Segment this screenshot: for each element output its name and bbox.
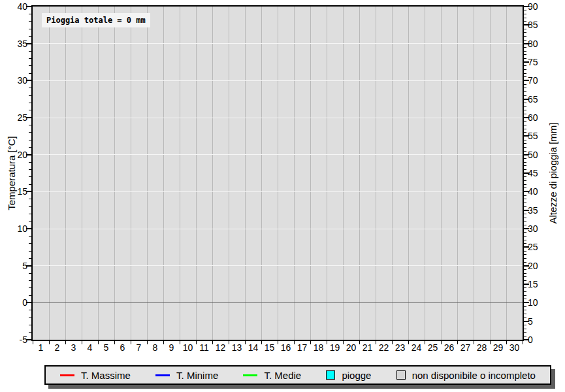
right-axis-tick (524, 76, 526, 77)
right-axis-tick (524, 65, 526, 66)
x-axis-tick-label: 27 (457, 342, 474, 353)
left-axis-tick-label: -5 (0, 335, 27, 345)
right-axis-tick (524, 243, 526, 244)
x-axis-tick-label: 29 (490, 342, 507, 353)
left-axis-tick (29, 95, 31, 96)
day-gridline (310, 7, 311, 340)
right-axis-tick (524, 147, 526, 148)
x-axis-tick-label: 13 (229, 342, 246, 353)
right-axis-tick (524, 121, 526, 122)
right-axis-tick-label: 70 (528, 75, 554, 86)
right-axis-tick (524, 32, 526, 33)
right-axis-tick (524, 95, 526, 96)
day-gridline (474, 7, 474, 340)
legend: T. MassimeT. MinimeT. Mediepioggenon dis… (44, 365, 551, 385)
right-axis-tick (524, 214, 526, 214)
right-axis-tick-label: 35 (528, 205, 554, 216)
right-axis-tick (524, 40, 526, 41)
right-axis-tick (524, 232, 526, 233)
right-axis-tick (524, 280, 526, 281)
x-axis-tick-label: 11 (196, 342, 213, 353)
legend-item-non-disponibile-o-incompleto: non disponibile o incompleto (396, 370, 536, 381)
right-axis-tick (524, 251, 526, 252)
right-axis-tick-label: 45 (528, 168, 554, 178)
right-axis-tick-label: 25 (528, 242, 554, 252)
temp-gridline (33, 43, 523, 44)
left-axis-tick (29, 332, 31, 333)
left-axis-tick (29, 103, 31, 103)
left-axis-tick (29, 36, 31, 37)
legend-item-t-minime: T. Minime (155, 370, 218, 381)
right-axis-tick (524, 206, 526, 207)
left-axis-tick (29, 243, 31, 244)
left-axis-tick (29, 184, 31, 185)
right-axis-tick (524, 310, 526, 310)
left-axis-tick-label: 5 (0, 261, 27, 271)
right-axis-tick-label: 60 (528, 112, 554, 123)
left-axis-tick (29, 58, 31, 59)
right-axis-tick-label: 50 (528, 150, 554, 160)
right-axis-tick (524, 218, 526, 218)
left-axis-tick (29, 221, 31, 221)
day-gridline (506, 7, 507, 340)
day-gridline (490, 7, 491, 340)
right-axis-tick (524, 143, 526, 144)
x-axis-tick-label: 26 (441, 342, 458, 353)
x-axis-tick-label: 7 (131, 342, 148, 353)
right-axis-tick (524, 58, 526, 59)
x-axis-tick-label: 25 (425, 342, 442, 353)
right-axis-tick (524, 88, 526, 88)
right-axis-tick (524, 18, 526, 18)
left-axis-tick (29, 125, 31, 125)
day-gridline (65, 7, 66, 340)
right-axis-tick (524, 295, 526, 296)
right-axis-tick (524, 132, 526, 133)
left-axis-tick (29, 273, 31, 274)
right-axis-tick-label: 90 (528, 1, 554, 12)
left-axis-tick (29, 29, 31, 29)
right-axis-tick-label: 10 (528, 297, 554, 308)
left-axis-tick (29, 140, 31, 140)
legend-label: piogge (342, 370, 371, 381)
swatch-marker-icon (396, 370, 406, 380)
right-axis-tick (524, 318, 526, 318)
left-axis-tick (29, 176, 31, 177)
right-axis-tick (524, 203, 526, 203)
right-axis-tick (524, 180, 526, 181)
right-axis-tick (524, 91, 526, 92)
x-axis-tick-label: 20 (343, 342, 360, 353)
right-axis-tick-label: 15 (528, 279, 554, 289)
right-axis-tick (524, 262, 526, 263)
day-gridline (441, 7, 442, 340)
climate-chart: Temperatura [°C] Altezze di pioggia [mm]… (0, 0, 565, 392)
temp-gridline (33, 118, 523, 118)
right-axis-tick (524, 84, 526, 85)
right-axis-tick (524, 188, 526, 188)
right-axis-tick (524, 47, 526, 48)
day-gridline (98, 7, 99, 340)
right-axis-tick (524, 176, 526, 177)
day-gridline (425, 7, 425, 340)
left-axis-tick (29, 14, 31, 14)
left-axis-tick-label: 40 (0, 1, 27, 12)
left-axis-tick (29, 169, 31, 170)
x-axis-tick-label: 10 (180, 342, 197, 353)
legend-item-t-medie: T. Medie (243, 370, 301, 381)
left-axis-tick (29, 65, 31, 66)
right-axis-tick (524, 287, 526, 288)
right-axis-tick (524, 129, 526, 129)
right-axis-tick (524, 151, 526, 152)
x-axis-tick-label: 3 (65, 342, 82, 353)
right-axis-tick-label: 0 (528, 335, 554, 345)
day-gridline (359, 7, 360, 340)
right-axis-tick (524, 73, 526, 74)
left-axis-tick (29, 214, 31, 214)
right-axis-tick (524, 106, 526, 107)
left-axis-tick (29, 21, 31, 22)
day-gridline (196, 7, 197, 340)
right-axis-tick (524, 299, 526, 299)
temp-gridline (33, 191, 523, 192)
x-axis-tick-label: 28 (474, 342, 491, 353)
left-axis-tick-label: 35 (0, 39, 27, 49)
x-axis-tick-label: 2 (49, 342, 66, 353)
